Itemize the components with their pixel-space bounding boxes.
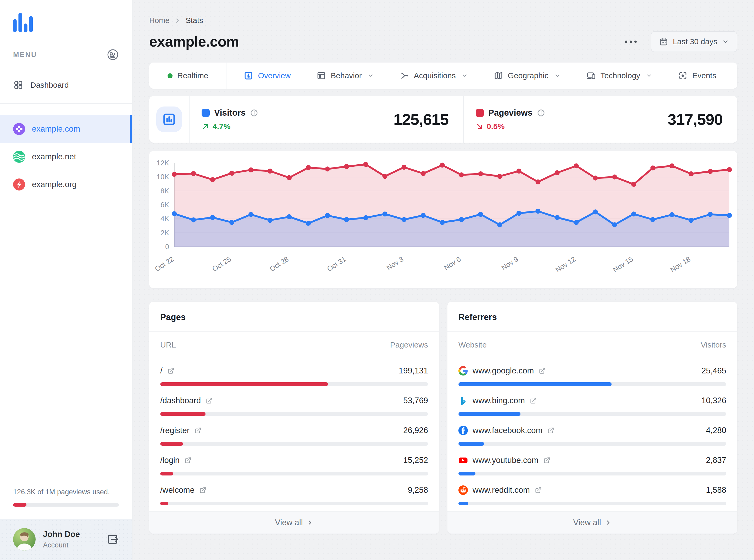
visitors-label: Visitors — [214, 108, 246, 118]
page-pageviews: 199,131 — [399, 366, 428, 376]
traffic-chart-card: 02K4K6K8K10K12KOct 22Oct 25Oct 28Oct 31N… — [149, 151, 737, 288]
referrer-site[interactable]: www.google.com — [472, 366, 534, 376]
sidebar-site-example-net[interactable]: example.net — [0, 143, 132, 171]
referrer-visitors: 25,465 — [701, 366, 726, 376]
pageviews-value: 317,590 — [668, 111, 722, 128]
referrer-row: www.bing.com 10,326 — [459, 386, 726, 416]
svg-text:0: 0 — [165, 243, 169, 251]
external-link-icon[interactable] — [547, 427, 554, 434]
svg-text:Oct 25: Oct 25 — [211, 255, 233, 273]
trend-down-icon — [476, 122, 484, 130]
tab-label: Events — [692, 71, 716, 80]
referrer-site[interactable]: www.facebook.com — [472, 426, 542, 435]
visitors-stat: Visitors 4.7% 125,615 — [190, 96, 463, 143]
external-link-icon[interactable] — [539, 367, 546, 375]
page-row: /register 26,926 — [160, 416, 428, 446]
account-section[interactable]: John Doe Account — [0, 519, 132, 560]
referrer-site[interactable]: www.bing.com — [472, 396, 525, 405]
tab-realtime[interactable]: Realtime — [149, 62, 227, 89]
external-link-icon[interactable] — [543, 457, 550, 464]
behavior-window-icon — [316, 71, 326, 80]
site-bolt-icon — [13, 178, 25, 191]
sidebar-item-dashboard[interactable]: Dashboard — [0, 73, 132, 97]
menu-heading: MENU — [13, 51, 37, 59]
overview-chart-icon — [244, 71, 253, 80]
page-title: example.com — [149, 33, 239, 50]
tab-bar: Realtime Overview Behavior — [149, 62, 737, 89]
youtube-favicon — [459, 456, 468, 465]
svg-text:10K: 10K — [157, 173, 169, 181]
external-link-icon[interactable] — [530, 397, 537, 404]
page-url[interactable]: /register — [160, 426, 190, 435]
realtime-dot-icon — [168, 73, 173, 78]
app-logo-icon — [13, 12, 132, 33]
traffic-area-chart[interactable]: 02K4K6K8K10K12KOct 22Oct 25Oct 28Oct 31N… — [149, 153, 737, 287]
referrer-bar — [459, 472, 726, 476]
pages-view-all-button[interactable]: View all — [149, 511, 439, 534]
pageviews-change: 0.5% — [487, 122, 504, 131]
page-url[interactable]: /dashboard — [160, 396, 201, 405]
usage-progress-fill — [13, 503, 26, 507]
visitors-value: 125,615 — [393, 111, 448, 128]
account-role: Account — [43, 541, 80, 549]
info-icon[interactable] — [537, 109, 545, 117]
referrer-visitors: 2,837 — [706, 456, 726, 465]
dashboard-grid-icon — [13, 80, 23, 90]
pageviews-label: Pageviews — [488, 108, 533, 118]
svg-text:Nov 6: Nov 6 — [442, 255, 462, 272]
page-url[interactable]: / — [160, 366, 162, 376]
referrers-col-visitors: Visitors — [701, 340, 726, 349]
tab-label: Technology — [601, 71, 640, 80]
referrer-bar — [459, 412, 726, 416]
logout-icon[interactable] — [106, 533, 119, 546]
referrer-site[interactable]: www.reddit.com — [472, 485, 530, 495]
sidebar-site-example-com[interactable]: example.com — [0, 115, 132, 143]
pages-card-title: Pages — [149, 302, 439, 332]
external-link-icon[interactable] — [199, 487, 206, 494]
site-label: example.com — [32, 124, 80, 134]
site-clover-icon — [13, 123, 25, 135]
tab-label: Realtime — [177, 71, 208, 80]
svg-text:Oct 22: Oct 22 — [153, 255, 175, 273]
date-range-button[interactable]: Last 30 days — [651, 31, 737, 52]
sidebar-site-example-org[interactable]: example.org — [0, 171, 132, 198]
view-all-label: View all — [275, 518, 303, 527]
pages-card: Pages URL Pageviews / 199,131 /das — [149, 302, 439, 534]
site-waves-icon — [13, 151, 25, 163]
breadcrumb: Home Stats — [149, 16, 737, 25]
events-scan-icon — [678, 71, 688, 80]
pages-col-pageviews: Pageviews — [390, 340, 428, 349]
chevron-down-icon — [368, 73, 374, 79]
referrer-visitors: 10,326 — [701, 396, 726, 405]
referrers-view-all-button[interactable]: View all — [447, 511, 737, 534]
page-url[interactable]: /welcome — [160, 485, 195, 495]
google-favicon — [459, 366, 468, 376]
external-link-icon[interactable] — [167, 367, 174, 375]
tab-behavior[interactable]: Behavior — [316, 71, 373, 80]
tab-geographic[interactable]: Geographic — [494, 71, 561, 80]
svg-text:Nov 18: Nov 18 — [669, 255, 692, 274]
referrer-site[interactable]: www.youtube.com — [472, 456, 539, 465]
external-link-icon[interactable] — [194, 427, 201, 434]
external-link-icon[interactable] — [535, 487, 542, 494]
svg-text:Nov 12: Nov 12 — [554, 255, 577, 274]
svg-text:8K: 8K — [160, 187, 169, 195]
pageviews-stat: Pageviews 0.5% 317,590 — [463, 96, 737, 143]
info-icon[interactable] — [250, 109, 258, 117]
visitors-swatch — [201, 109, 210, 117]
referrer-visitors: 1,588 — [706, 485, 726, 495]
tab-acquisitions[interactable]: Acquisitions — [400, 71, 468, 80]
trend-up-icon — [201, 122, 210, 130]
tab-overview[interactable]: Overview — [244, 71, 291, 80]
breadcrumb-current: Stats — [186, 16, 203, 25]
referrer-bar — [459, 382, 726, 386]
external-link-icon[interactable] — [206, 397, 213, 404]
persona-icon[interactable] — [107, 49, 119, 61]
breadcrumb-home[interactable]: Home — [149, 16, 169, 25]
external-link-icon[interactable] — [184, 457, 191, 464]
tab-technology[interactable]: Technology — [586, 71, 653, 80]
svg-text:2K: 2K — [160, 229, 169, 237]
more-options-button[interactable] — [622, 38, 639, 45]
page-url[interactable]: /login — [160, 456, 180, 465]
tab-events[interactable]: Events — [678, 71, 716, 80]
